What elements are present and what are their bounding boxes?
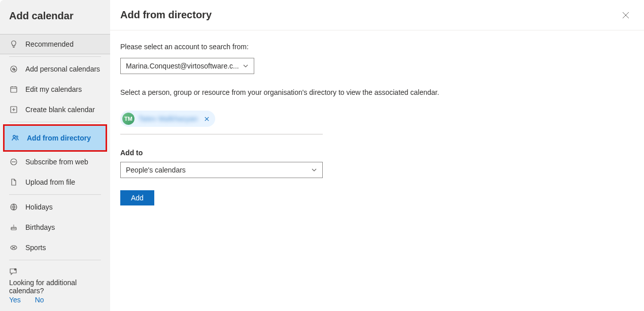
sidebar-item-subscribe[interactable]: Subscribe from web [0, 152, 110, 172]
sidebar-item-label: Edit my calendars [25, 85, 82, 93]
sidebar-item-label: Birthdays [25, 223, 55, 231]
addto-value: People's calendars [126, 166, 311, 174]
divider [9, 56, 101, 57]
sidebar-item-label: Create blank calendar [25, 106, 95, 114]
close-icon [622, 12, 629, 19]
person-search-field[interactable]: TM Tatev Malkhasyan [120, 111, 323, 134]
cake-icon [9, 223, 18, 232]
sidebar-item-label: Subscribe from web [25, 158, 88, 166]
feedback-section: Looking for additional calendars? Yes No [0, 262, 110, 309]
globe-icon [9, 202, 18, 212]
highlight-box: Add from directory [3, 124, 107, 152]
sidebar-title: Add calendar [0, 7, 110, 34]
feedback-prompt: Looking for additional calendars? [9, 279, 101, 295]
sidebar-item-label: Recommended [25, 40, 74, 48]
feedback-no[interactable]: No [35, 296, 44, 304]
svg-point-4 [13, 135, 15, 137]
sidebar: Add calendar Recommended Add personal ca… [0, 0, 110, 311]
sidebar-item-sports[interactable]: Sports [0, 237, 110, 258]
person-chip: TM Tatev Malkhasyan [120, 111, 215, 127]
people-icon [11, 133, 20, 143]
sidebar-item-label: Add from directory [27, 134, 91, 142]
sidebar-item-label: Holidays [25, 203, 53, 211]
lightbulb-icon [9, 40, 18, 49]
close-icon [204, 116, 210, 122]
divider [9, 260, 101, 260]
avatar: TM [122, 113, 134, 125]
account-prompt: Please select an account to search from: [120, 43, 455, 51]
main-panel: Add from directory Please select an acco… [110, 0, 644, 311]
sidebar-item-upload[interactable]: Upload from file [0, 172, 110, 192]
sidebar-item-holidays[interactable]: Holidays [0, 197, 110, 217]
chevron-down-icon [311, 167, 317, 173]
sports-icon [9, 243, 18, 252]
directory-help-text: Select a person, group or resource from … [120, 88, 455, 96]
svg-point-10 [14, 268, 16, 270]
sidebar-item-directory[interactable]: Add from directory [5, 126, 106, 150]
sidebar-item-birthdays[interactable]: Birthdays [0, 217, 110, 237]
svg-rect-2 [11, 87, 17, 92]
main-body: Please select an account to search from:… [110, 30, 465, 218]
main-header: Add from directory [110, 0, 644, 30]
close-button[interactable] [618, 7, 634, 23]
no-entry-icon [9, 157, 18, 166]
chip-remove-button[interactable] [202, 114, 212, 124]
account-dropdown[interactable]: Marina.Conquest@virtosoftware.c... [120, 58, 254, 74]
add-button[interactable]: Add [120, 190, 154, 205]
divider [9, 122, 101, 122]
sidebar-item-label: Add personal calendars [25, 65, 100, 73]
chat-icon [9, 267, 18, 277]
edit-calendar-icon [9, 85, 18, 94]
svg-point-5 [16, 136, 18, 137]
sidebar-item-personal[interactable]: Add personal calendars [0, 59, 110, 79]
sidebar-item-recommended[interactable]: Recommended [0, 34, 110, 54]
sidebar-item-label: Upload from file [25, 178, 75, 186]
sidebar-item-blank[interactable]: Create blank calendar [0, 99, 110, 120]
page-title: Add from directory [120, 9, 212, 21]
email-icon [9, 64, 18, 74]
chevron-down-icon [243, 63, 249, 69]
account-value: Marina.Conquest@virtosoftware.c... [126, 62, 243, 70]
feedback-yes[interactable]: Yes [9, 296, 21, 304]
file-icon [9, 178, 18, 187]
plus-square-icon [9, 105, 18, 114]
sidebar-item-edit[interactable]: Edit my calendars [0, 79, 110, 99]
addto-label: Add to [120, 149, 455, 157]
chip-name: Tatev Malkhasyan [139, 115, 198, 123]
sidebar-item-label: Sports [25, 244, 46, 252]
divider [9, 194, 101, 195]
addto-dropdown[interactable]: People's calendars [120, 162, 323, 178]
